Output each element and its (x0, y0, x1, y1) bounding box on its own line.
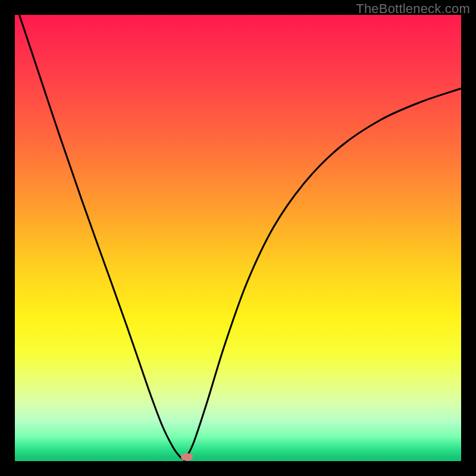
plot-area (15, 15, 461, 461)
min-marker (181, 453, 193, 461)
stage: TheBottleneck.com (0, 0, 476, 476)
watermark-text: TheBottleneck.com (356, 1, 470, 17)
bottleneck-curve (20, 15, 462, 461)
curve-svg (15, 15, 461, 461)
